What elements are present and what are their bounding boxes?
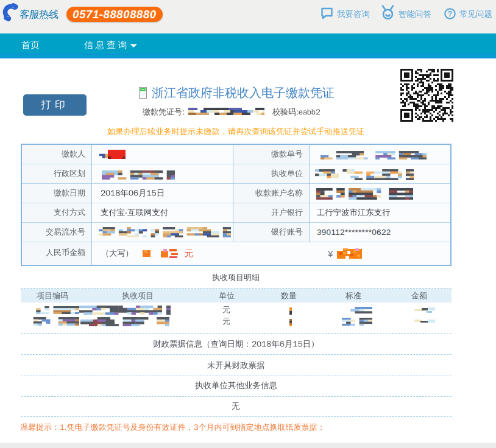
svg-text:?: ? — [448, 10, 452, 18]
